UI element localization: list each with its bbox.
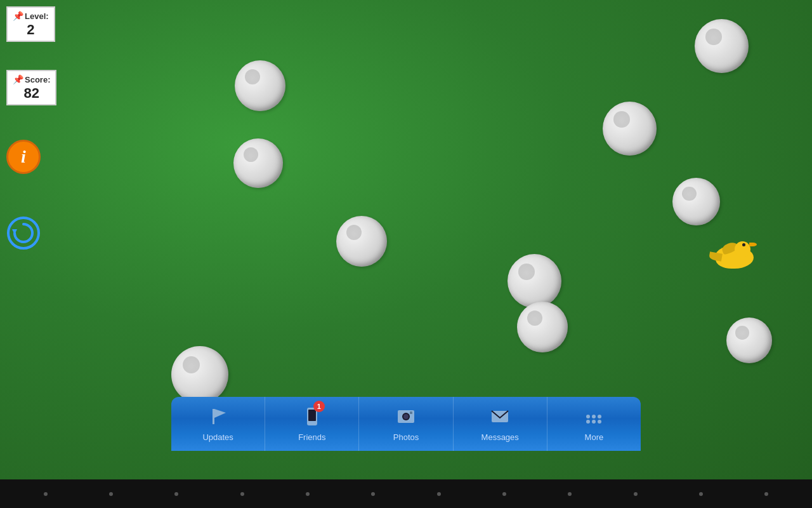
svg-point-14 bbox=[598, 415, 601, 418]
nav-item-friends[interactable]: 1 Friends bbox=[265, 397, 359, 451]
info-button[interactable]: i bbox=[6, 140, 41, 174]
info-icon: i bbox=[21, 148, 26, 166]
golf-ball-b5[interactable] bbox=[672, 178, 720, 225]
friends-badge: 1 bbox=[313, 401, 325, 412]
bird-beak bbox=[749, 243, 757, 246]
nav-item-updates[interactable]: Updates bbox=[171, 397, 265, 451]
dot-8 bbox=[502, 492, 506, 496]
svg-point-16 bbox=[592, 420, 596, 424]
bird-head bbox=[735, 241, 750, 257]
dot-6 bbox=[371, 492, 375, 496]
photo-icon bbox=[396, 406, 416, 431]
nav-label-friends: Friends bbox=[298, 432, 325, 442]
golf-ball-b1[interactable] bbox=[235, 60, 285, 111]
svg-marker-1 bbox=[12, 229, 17, 234]
bird-eye bbox=[742, 243, 745, 246]
nav-bar: Updates 1 Friends P bbox=[171, 397, 641, 451]
dot-12 bbox=[764, 492, 768, 496]
score-value: 82 bbox=[13, 85, 50, 102]
golf-ball-b2[interactable] bbox=[233, 138, 283, 188]
nav-item-messages[interactable]: Messages bbox=[454, 397, 547, 451]
golf-ball-b9[interactable] bbox=[726, 318, 772, 363]
golf-ball-b6[interactable] bbox=[508, 254, 561, 308]
replay-icon bbox=[7, 217, 40, 250]
bird-tail bbox=[709, 251, 723, 261]
nav-label-photos: Photos bbox=[393, 432, 419, 442]
dot-9 bbox=[568, 492, 572, 496]
score-badge: 📌Score: 82 bbox=[6, 70, 56, 105]
game-area: 📌Level: 2 📌Score: 82 i bbox=[0, 0, 812, 479]
dot-2 bbox=[109, 492, 113, 496]
level-badge: 📌Level: 2 bbox=[6, 6, 55, 42]
dot-1 bbox=[44, 492, 48, 496]
replay-button[interactable] bbox=[6, 216, 41, 250]
dot-11 bbox=[699, 492, 703, 496]
svg-point-13 bbox=[592, 415, 596, 418]
level-value: 2 bbox=[13, 22, 49, 38]
flag-icon bbox=[208, 406, 228, 431]
svg-rect-5 bbox=[308, 410, 316, 421]
score-label: Score: bbox=[25, 75, 50, 84]
nav-label-messages: Messages bbox=[481, 432, 519, 442]
svg-point-9 bbox=[403, 414, 409, 419]
golf-ball-b3[interactable] bbox=[336, 216, 387, 267]
mail-icon bbox=[490, 406, 510, 431]
dot-7 bbox=[437, 492, 441, 496]
nav-item-more[interactable]: More bbox=[547, 397, 641, 451]
golf-ball-b8[interactable] bbox=[695, 19, 749, 73]
dots-icon bbox=[584, 406, 604, 431]
svg-point-6 bbox=[311, 422, 313, 424]
nav-label-more: More bbox=[585, 432, 604, 442]
svg-point-15 bbox=[586, 420, 590, 424]
level-label: Level: bbox=[25, 11, 49, 21]
dot-4 bbox=[240, 492, 244, 496]
golf-ball-b4[interactable] bbox=[603, 102, 657, 156]
svg-marker-3 bbox=[214, 409, 226, 418]
dot-3 bbox=[174, 492, 178, 496]
bird-body bbox=[716, 246, 754, 269]
dot-5 bbox=[306, 492, 310, 496]
svg-rect-10 bbox=[410, 411, 412, 414]
svg-point-17 bbox=[598, 420, 601, 424]
bird bbox=[716, 246, 754, 269]
score-pin: 📌 bbox=[13, 74, 23, 84]
golf-ball-b10[interactable] bbox=[171, 346, 228, 403]
dot-row bbox=[0, 492, 812, 496]
dot-10 bbox=[634, 492, 638, 496]
bottom-bar bbox=[0, 479, 812, 508]
golf-ball-b7[interactable] bbox=[517, 302, 568, 352]
level-pin: 📌 bbox=[13, 11, 23, 21]
svg-point-0 bbox=[8, 218, 39, 248]
nav-label-updates: Updates bbox=[202, 432, 233, 442]
nav-item-photos[interactable]: Photos bbox=[359, 397, 453, 451]
svg-point-12 bbox=[586, 415, 590, 418]
svg-rect-2 bbox=[213, 409, 214, 424]
